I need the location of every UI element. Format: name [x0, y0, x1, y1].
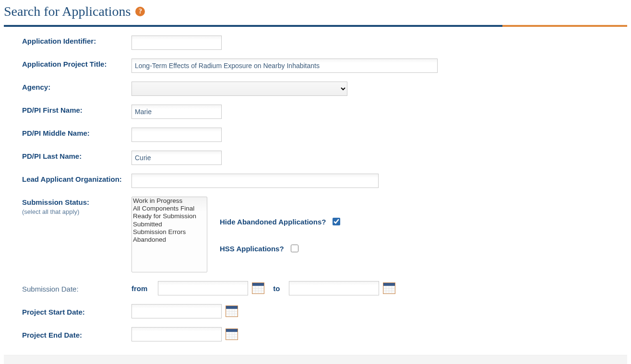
label-project-end: Project End Date:: [22, 329, 131, 339]
status-option[interactable]: Ready for Submission: [132, 212, 207, 220]
hss-row[interactable]: HSS Applications?: [220, 243, 342, 254]
submission-date-to-input[interactable]: [289, 281, 379, 295]
label-hss: HSS Applications?: [220, 245, 284, 253]
button-bar: Search Clear: [4, 355, 627, 364]
label-hide-abandoned: Hide Abandoned Applications?: [220, 218, 326, 226]
status-option[interactable]: Submission Errors: [132, 228, 207, 236]
hide-abandoned-checkbox[interactable]: [333, 218, 340, 225]
help-icon[interactable]: ?: [135, 7, 145, 16]
page-title-text: Search for Applications: [4, 4, 131, 19]
status-option[interactable]: Work in Progress: [132, 197, 207, 205]
submission-status-list[interactable]: Work in ProgressAll Components FinalRead…: [131, 197, 207, 272]
lead-org-input[interactable]: [131, 174, 379, 188]
pi-last-name-input[interactable]: [131, 151, 222, 165]
agency-select[interactable]: [131, 82, 347, 96]
label-pi-last: PD/PI Last Name:: [22, 151, 131, 160]
application-identifier-input[interactable]: [131, 35, 222, 50]
status-option[interactable]: Submitted: [132, 221, 207, 228]
divider-bar: [4, 25, 627, 27]
label-project-title: Application Project Title:: [22, 59, 131, 68]
status-option[interactable]: All Components Final: [132, 205, 207, 212]
label-project-start: Project Start Date:: [22, 306, 131, 316]
label-submission-status: Submission Status: (select all that appl…: [22, 197, 131, 215]
submission-date-from-input[interactable]: [158, 281, 248, 295]
calendar-icon[interactable]: [226, 329, 238, 340]
page-title: Search for Applications ?: [4, 4, 627, 19]
calendar-icon[interactable]: [226, 305, 238, 317]
calendar-icon[interactable]: [383, 282, 395, 294]
label-lead-org: Lead Applicant Organization:: [22, 174, 131, 183]
pi-first-name-input[interactable]: [131, 105, 222, 119]
label-agency: Agency:: [22, 82, 131, 91]
label-pi-first: PD/PI First Name:: [22, 105, 131, 114]
project-end-date-input[interactable]: [131, 327, 222, 341]
pi-middle-name-input[interactable]: [131, 128, 222, 142]
hide-abandoned-row[interactable]: Hide Abandoned Applications?: [220, 216, 342, 227]
hss-checkbox[interactable]: [291, 245, 298, 252]
status-option[interactable]: Abandoned: [132, 236, 207, 244]
label-submission-date: Submission Date:: [22, 283, 131, 293]
project-title-input[interactable]: [131, 59, 438, 73]
calendar-icon[interactable]: [252, 282, 264, 294]
label-app-id: Application Identifier:: [22, 35, 131, 45]
project-start-date-input[interactable]: [131, 304, 222, 318]
label-from: from: [131, 284, 147, 293]
label-pi-middle: PD/PI Middle Name:: [22, 128, 131, 137]
label-to: to: [273, 284, 280, 293]
